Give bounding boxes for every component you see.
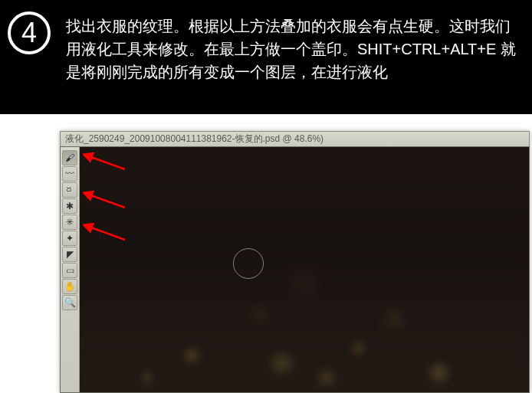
- push-left-tool[interactable]: ✦: [62, 231, 77, 246]
- bloat-tool[interactable]: ✳: [62, 215, 77, 230]
- hand-tool[interactable]: ✋: [62, 279, 77, 294]
- reconstruct-tool[interactable]: 〰: [62, 166, 77, 182]
- forward-warp-tool[interactable]: 🖌: [62, 150, 77, 165]
- twirl-tool[interactable]: ర: [62, 182, 77, 198]
- title-bar[interactable]: 液化 _2590249_20091008004111381962-恢复的.psd…: [60, 131, 530, 146]
- document-title: _2590249_20091008004111381962-恢复的.psd @ …: [84, 133, 323, 146]
- brush-cursor-icon: [233, 248, 264, 279]
- tutorial-header: 4 找出衣服的纹理。根据以上方法叠加的衣服会有点生硬。这时我们用液化工具来修改。…: [0, 0, 532, 114]
- pucker-tool[interactable]: ✱: [62, 198, 77, 214]
- canvas-image: [80, 147, 529, 392]
- step-number-badge: 4: [8, 11, 51, 54]
- freeze-mask-tool[interactable]: ▭: [62, 263, 77, 278]
- app-name: 液化: [65, 133, 84, 146]
- canvas-area[interactable]: [80, 147, 529, 392]
- workspace: 🖌 〰 ర ✱ ✳ ✦ ◤ ▭ ✋ 🔍: [60, 146, 530, 393]
- mirror-tool[interactable]: ◤: [62, 247, 77, 262]
- liquify-window: 液化 _2590249_20091008004111381962-恢复的.psd…: [60, 131, 530, 393]
- liquify-toolbar: 🖌 〰 ర ✱ ✳ ✦ ◤ ▭ ✋ 🔍: [61, 147, 80, 392]
- zoom-tool[interactable]: 🔍: [62, 295, 77, 310]
- instruction-text: 找出衣服的纹理。根据以上方法叠加的衣服会有点生硬。这时我们用液化工具来修改。在最…: [66, 11, 521, 84]
